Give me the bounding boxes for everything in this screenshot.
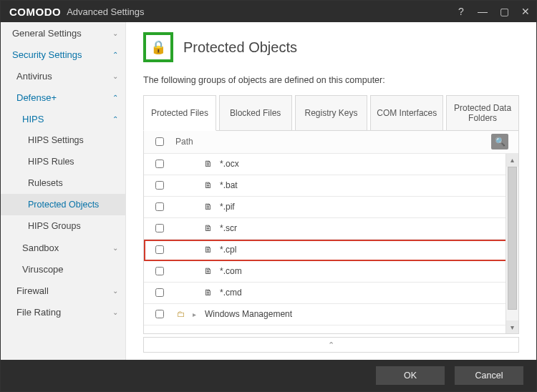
row-checkbox[interactable] (155, 267, 164, 275)
sidebar-label: HIPS (22, 114, 112, 124)
expand-arrow-icon[interactable]: ▸ (193, 310, 196, 318)
file-icon: 🗎 (203, 265, 214, 277)
ok-button[interactable]: OK (376, 366, 445, 385)
row-name: Windows Management (205, 309, 292, 319)
sidebar-item-rulesets[interactable]: Rulesets (1, 172, 125, 194)
row-checkbox[interactable] (155, 202, 164, 211)
sidebar-label: Antivirus (16, 71, 112, 82)
page-title: Protected Objects (183, 39, 297, 56)
sidebar-label: Firewall (16, 285, 112, 296)
sidebar-item-hips-groups[interactable]: HIPS Groups (1, 215, 125, 237)
row-name: *.ocx (220, 159, 239, 169)
row-name: *.scr (220, 223, 237, 233)
sidebar-label: File Rating (16, 307, 112, 318)
lock-icon: 🔒 (146, 35, 170, 59)
sidebar-label: Viruscope (22, 264, 118, 275)
row-checkbox[interactable] (155, 310, 164, 318)
chevron-up-icon: ⌃ (112, 115, 118, 123)
sidebar-label: Rulesets (28, 178, 118, 188)
chevron-up-icon: ⌃ (112, 51, 118, 59)
column-header-path[interactable]: Path (175, 137, 193, 147)
table-row[interactable]: 🗎*.ocx (144, 154, 518, 175)
row-checkbox[interactable] (155, 245, 164, 254)
file-icon: 🗎 (203, 287, 214, 298)
sidebar-item-hips-rules[interactable]: HIPS Rules (1, 151, 125, 172)
search-button[interactable]: 🔍 (491, 134, 508, 150)
row-checkbox[interactable] (155, 288, 164, 297)
tab-protected-data-folders[interactable]: Protected Data Folders (446, 95, 519, 131)
sidebar-item-viruscope[interactable]: Viruscope (1, 258, 125, 280)
sidebar-item-hips-settings[interactable]: HIPS Settings (1, 129, 125, 151)
window-subtitle: Advanced Settings (67, 6, 144, 17)
scroll-down-button[interactable]: ▾ (506, 320, 518, 333)
table-row[interactable]: 🗎*.bat (144, 175, 518, 197)
sidebar-item-defense-plus[interactable]: Defense+ ⌃ (1, 87, 125, 108)
tab-body: Path 🔍 🗎*.ocx🗎*.bat🗎*.pif🗎*.scr🗎*.cpl🗎*.… (143, 130, 519, 334)
file-table: Path 🔍 🗎*.ocx🗎*.bat🗎*.pif🗎*.scr🗎*.cpl🗎*.… (144, 131, 518, 333)
chevron-down-icon: ⌄ (112, 29, 118, 37)
sidebar-item-firewall[interactable]: Firewall ⌄ (1, 280, 125, 301)
brand: COMODO (9, 6, 61, 18)
row-name: *.cpl (220, 245, 236, 255)
tab-bar: Protected Files Blocked Files Registry K… (143, 95, 519, 131)
row-checkbox[interactable] (155, 160, 164, 168)
sidebar-label: HIPS Rules (28, 157, 118, 167)
sidebar-label: General Settings (12, 28, 112, 39)
close-button[interactable]: ✕ (515, 1, 536, 22)
sidebar-item-antivirus[interactable]: Antivirus ⌄ (1, 65, 125, 87)
file-icon: 🗎 (203, 201, 214, 212)
sidebar-item-security-settings[interactable]: Security Settings ⌃ (1, 44, 125, 65)
sidebar-item-sandbox[interactable]: Sandbox ⌄ (1, 237, 125, 258)
cancel-button[interactable]: Cancel (455, 366, 523, 385)
table-row[interactable]: 🗀 ▸ Windows Management (144, 304, 518, 325)
footer: OK Cancel (1, 360, 536, 391)
chevron-down-icon: ⌄ (112, 308, 118, 316)
tab-registry-keys[interactable]: Registry Keys (295, 95, 368, 131)
content-pane: 🔒 Protected Objects The following groups… (126, 22, 536, 360)
table-row[interactable]: 🗎*.scr (144, 218, 518, 240)
row-name: *.bat (220, 180, 238, 190)
row-checkbox[interactable] (155, 224, 164, 232)
sidebar-label: Sandbox (22, 242, 112, 253)
vertical-scrollbar[interactable]: ▴ ▾ (505, 154, 518, 333)
chevron-up-icon: ⌃ (112, 94, 118, 102)
protected-icon: 🔒 (143, 32, 173, 62)
sidebar-label: HIPS Settings (28, 135, 118, 145)
expand-panel-button[interactable]: ⌃ (143, 337, 519, 353)
row-name: *.cmd (220, 288, 242, 298)
sidebar-label: Protected Objects (28, 200, 118, 210)
table-row[interactable]: 🗎*.cmd (144, 283, 518, 304)
sidebar-item-protected-objects[interactable]: Protected Objects (1, 194, 125, 215)
tab-blocked-files[interactable]: Blocked Files (219, 95, 292, 131)
sidebar: General Settings ⌄ Security Settings ⌃ A… (1, 22, 126, 360)
tab-protected-files[interactable]: Protected Files (143, 95, 216, 131)
sidebar-item-hips[interactable]: HIPS ⌃ (1, 108, 125, 129)
file-icon: 🗎 (203, 158, 214, 170)
chevron-down-icon: ⌄ (112, 244, 118, 252)
sidebar-item-file-rating[interactable]: File Rating ⌄ (1, 301, 125, 323)
row-checkbox[interactable] (155, 181, 164, 190)
minimize-button[interactable]: — (472, 1, 493, 22)
chevron-down-icon: ⌄ (112, 72, 118, 80)
scroll-thumb[interactable] (508, 167, 517, 310)
help-button[interactable]: ? (450, 1, 472, 22)
tab-com-interfaces[interactable]: COM Interfaces (370, 95, 443, 131)
row-name: *.com (220, 266, 242, 276)
sidebar-label: Security Settings (12, 49, 112, 60)
table-row[interactable]: 🗎*.com (144, 261, 518, 283)
folder-icon: 🗀 (175, 308, 187, 320)
table-header-row: Path 🔍 (144, 131, 518, 154)
select-all-checkbox[interactable] (155, 137, 164, 146)
table-row[interactable]: 🗎*.pif (144, 197, 518, 218)
intro-text: The following groups of objects are defi… (143, 75, 519, 85)
chevron-down-icon: ⌄ (112, 287, 118, 295)
file-icon: 🗎 (203, 180, 214, 191)
sidebar-item-general-settings[interactable]: General Settings ⌄ (1, 22, 125, 44)
maximize-button[interactable]: ▢ (493, 1, 515, 22)
table-row[interactable]: 🗎*.cpl (144, 240, 518, 261)
titlebar: COMODO Advanced Settings ? — ▢ ✕ (1, 1, 536, 22)
main-area: General Settings ⌄ Security Settings ⌃ A… (1, 22, 536, 360)
scroll-up-button[interactable]: ▴ (506, 154, 518, 167)
chevron-up-icon: ⌃ (328, 340, 334, 350)
content-header: 🔒 Protected Objects (143, 32, 519, 62)
